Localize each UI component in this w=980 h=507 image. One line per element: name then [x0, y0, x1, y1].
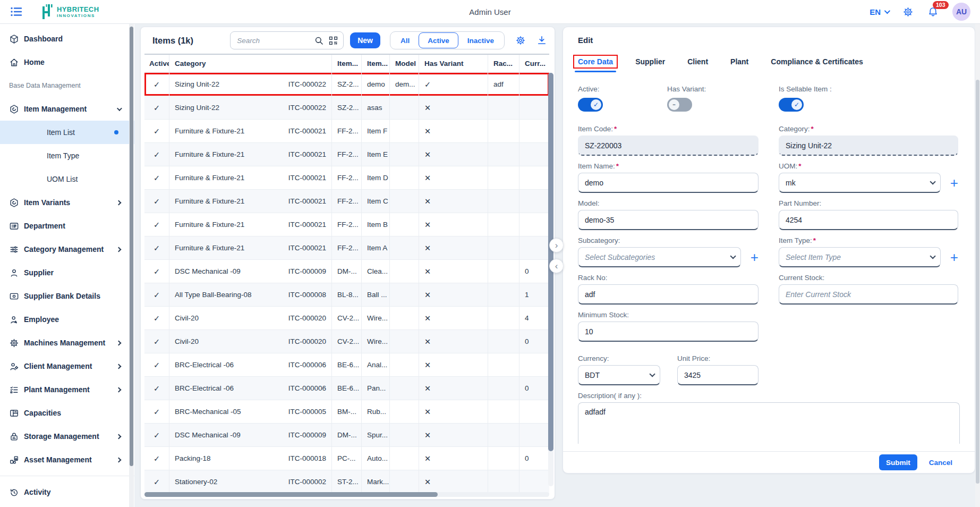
table-row[interactable]: ✓Packing-18ITC-000018PC-...Auto...✕0 — [144, 447, 549, 470]
sidebar-item-department[interactable]: Department — [0, 214, 134, 238]
cancel-button[interactable]: Cancel — [929, 459, 952, 467]
settings-button[interactable] — [902, 6, 914, 18]
window-scrollbar-thumb[interactable] — [976, 80, 979, 484]
table-horizontal-scrollbar[interactable] — [144, 492, 549, 497]
item-name-input[interactable]: demo — [578, 173, 759, 193]
column-header-rac[interactable]: Rac... — [488, 55, 519, 72]
add-subcategory-button[interactable]: + — [751, 250, 759, 264]
sidebar-item-item-variants[interactable]: Item Variants — [0, 191, 134, 214]
filter-all-button[interactable]: All — [391, 32, 419, 48]
tab-client[interactable]: Client — [687, 57, 708, 72]
sidebar-item-label: Item Variants — [24, 198, 70, 207]
new-item-button[interactable]: New — [350, 32, 380, 48]
minimum-stock-input[interactable]: 10 — [578, 322, 759, 342]
column-header-model[interactable]: Model — [390, 55, 419, 72]
expand-panel-button[interactable]: › — [549, 238, 564, 252]
model-field: Model: demo-35 — [578, 199, 759, 230]
unit-price-input[interactable]: 3425 — [677, 365, 759, 385]
add-item-type-button[interactable]: + — [950, 250, 958, 264]
sidebar-item-home[interactable]: Home — [0, 50, 134, 74]
search-input[interactable] — [237, 37, 309, 45]
filter-inactive-button[interactable]: Inactive — [458, 32, 503, 48]
window-scrollbar[interactable] — [975, 24, 980, 507]
table-row[interactable]: ✓Stationery-02ITC-000002ST-2...Mark...✕ — [144, 470, 549, 494]
active-toggle[interactable]: ✓ — [578, 98, 603, 112]
sidebar-item-employee[interactable]: Employee — [0, 308, 134, 331]
sidebar-item-item-type[interactable]: Item Type — [0, 144, 134, 167]
column-header-curr[interactable]: Curr... — [519, 55, 549, 72]
table-row[interactable]: ✓BRC-Electrical -06ITC-000006BE-6...Pan.… — [144, 377, 549, 400]
current-stock: 0 — [525, 384, 529, 392]
sidebar-item-plant-management[interactable]: Plant Management — [0, 378, 134, 401]
is-sellable-toggle[interactable]: ✓ — [779, 98, 804, 112]
tab-compliance-certificates[interactable]: Compliance & Certificates — [771, 57, 863, 72]
description-textarea[interactable]: adfadf — [578, 402, 960, 444]
table-row[interactable]: ✓Furniture & Fixture-21ITC-000021FF-2...… — [144, 236, 549, 260]
collapse-panel-button[interactable]: ‹ — [549, 259, 564, 273]
current-stock-input[interactable]: Enter Current Stock — [779, 284, 958, 305]
sidebar-item-dashboard[interactable]: Dashboard — [0, 27, 134, 50]
column-header-item[interactable]: Item... — [362, 55, 390, 72]
subcategory-select[interactable]: Select Subcategories — [578, 247, 741, 267]
item-code: FF-2... — [337, 150, 359, 158]
table-row[interactable]: ✓DSC Mechanical -09ITC-000009DM-...Clea.… — [144, 260, 549, 283]
model-input[interactable]: demo-35 — [578, 210, 759, 230]
item-code: FF-2... — [337, 244, 359, 252]
table-row[interactable]: ✓Furniture & Fixture-21ITC-000021FF-2...… — [144, 213, 549, 236]
sidebar-item-supplier[interactable]: Supplier — [0, 261, 134, 284]
sidebar-item-category-management[interactable]: Category Management — [0, 238, 134, 261]
qr-scan-icon[interactable] — [329, 36, 338, 45]
sidebar-item-client-management[interactable]: Client Management — [0, 354, 134, 378]
table-vertical-scrollbar[interactable] — [548, 73, 553, 486]
sidebar-item-asset-management[interactable]: Asset Management — [0, 448, 134, 471]
table-row[interactable]: ✓Furniture & Fixture-21ITC-000021FF-2...… — [144, 143, 549, 166]
sidebar-item-item-management[interactable]: Item Management — [0, 97, 134, 121]
table-row[interactable]: ✓Furniture & Fixture-21ITC-000021FF-2...… — [144, 190, 549, 213]
table-row[interactable]: ✓Sizing Unit-22ITC-000022SZ-2...asas✕ — [144, 96, 549, 120]
sidebar-item-activity[interactable]: Activity — [0, 480, 134, 504]
table-row[interactable]: ✓BRC-Electrical -06ITC-000006BE-6...Anal… — [144, 353, 549, 377]
menu-toggle-button[interactable] — [10, 6, 23, 18]
table-row[interactable]: ✓Furniture & Fixture-21ITC-000021FF-2...… — [144, 120, 549, 143]
sidebar-item-item-list[interactable]: Item List — [0, 121, 134, 144]
sidebar-scrollbar-thumb[interactable] — [130, 27, 133, 466]
avatar[interactable]: AU — [952, 3, 970, 21]
sidebar-item-storage-management[interactable]: Storage Management — [0, 425, 134, 448]
table-horizontal-scrollbar-thumb[interactable] — [144, 492, 438, 497]
part-number-input[interactable]: 4254 — [779, 210, 958, 230]
table-settings-button[interactable] — [515, 35, 526, 46]
sidebar-item-machines-management[interactable]: Machines Management — [0, 331, 134, 354]
table-row[interactable]: ✓Civil-20ITC-000020CV-2...Wire...✕0 — [144, 330, 549, 353]
rack-no-input[interactable]: adf — [578, 284, 759, 305]
tab-core-data[interactable]: Core Data — [578, 57, 613, 72]
column-header-category[interactable]: Category — [169, 55, 332, 72]
tab-plant[interactable]: Plant — [730, 57, 748, 72]
column-header-has-variant[interactable]: Has Variant — [419, 55, 488, 72]
table-row[interactable]: ✓BRC-Mechanical -05ITC-000005BM-...Rub..… — [144, 400, 549, 424]
add-uom-button[interactable]: + — [950, 176, 958, 190]
column-header-active[interactable]: Active — [144, 55, 169, 72]
sidebar-scrollbar[interactable] — [129, 24, 134, 507]
language-selector[interactable]: EN — [870, 7, 889, 16]
submit-button[interactable]: Submit — [879, 454, 917, 470]
download-button[interactable] — [536, 35, 547, 46]
notifications-button[interactable]: 103 — [927, 6, 939, 18]
table-row[interactable]: ✓All Type Ball-Bearing-08ITC-000008BL-8.… — [144, 283, 549, 307]
uom-select[interactable]: mk — [779, 173, 941, 193]
sidebar-item-uom-list[interactable]: UOM List — [0, 167, 134, 191]
sidebar-item-capacities[interactable]: Capacities — [0, 401, 134, 425]
table-row[interactable]: ✓DSC Mechanical -09ITC-000009DM-...Spur.… — [144, 424, 549, 447]
has-variant-toggle[interactable]: – — [667, 98, 692, 112]
table-row[interactable]: ✓Civil-20ITC-000020CV-2...Wire...✕4 — [144, 307, 549, 330]
rack-no-label: Rack No: — [578, 274, 759, 282]
gear-icon — [9, 338, 21, 348]
column-header-item[interactable]: Item... — [332, 55, 362, 72]
currency-select[interactable]: BDT — [578, 365, 660, 385]
sidebar-item-supplier-bank-details[interactable]: Supplier Bank Details — [0, 284, 134, 308]
search-icon[interactable] — [314, 36, 323, 45]
tab-supplier[interactable]: Supplier — [635, 57, 665, 72]
item-type-select[interactable]: Select Item Type — [779, 247, 941, 267]
table-row[interactable]: ✓Sizing Unit-22ITC-000022SZ-2...demodem.… — [144, 73, 549, 96]
filter-active-button[interactable]: Active — [419, 32, 458, 48]
table-row[interactable]: ✓Furniture & Fixture-21ITC-000021FF-2...… — [144, 166, 549, 190]
